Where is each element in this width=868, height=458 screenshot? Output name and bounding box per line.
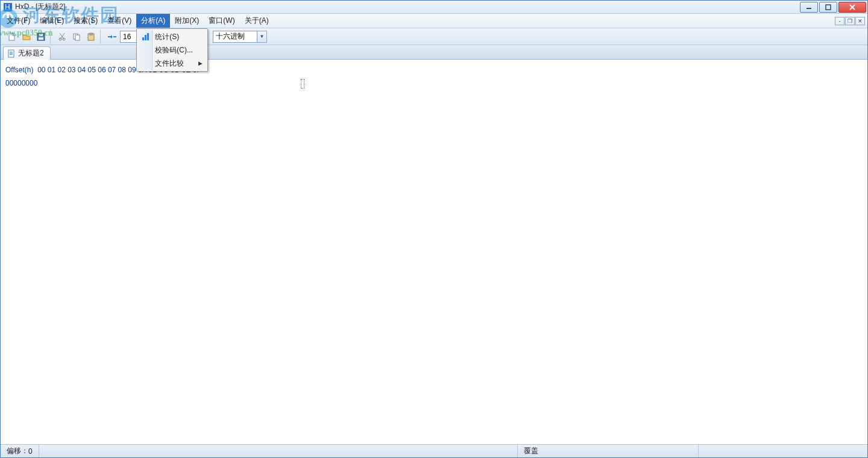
svg-rect-13 [39, 37, 43, 40]
submenu-arrow-icon: ▶ [198, 60, 203, 66]
menubar: 文件(F) 编辑(E) 搜索(S) 查看(V) 分析(A) 统计(S) 校验码(… [1, 14, 867, 28]
menu-view[interactable]: 查看(V) [102, 14, 136, 28]
mdi-minimize-button[interactable]: ‑ [835, 17, 844, 25]
tab-label: 无标题2 [18, 48, 44, 58]
close-button[interactable] [838, 2, 866, 13]
menu-search[interactable]: 搜索(S) [69, 14, 102, 28]
titlebar: H HxD - [无标题2] [1, 1, 867, 14]
toolbar-radix-group: ▼ [210, 30, 269, 44]
mdi-controls: ‑ ❐ ✕ [835, 14, 867, 28]
text-caret [301, 79, 304, 89]
hex-offset: 00000000 [5, 79, 37, 87]
cut-icon[interactable] [55, 30, 69, 43]
document-icon [7, 49, 16, 58]
svg-rect-8 [142, 37, 144, 40]
svg-rect-5 [826, 5, 831, 10]
toolbar-edit-group [53, 30, 101, 44]
svg-rect-20 [75, 35, 80, 40]
paste-icon[interactable] [84, 30, 98, 43]
menu-analyze[interactable]: 分析(A) 统计(S) 校验码(C)... 文件比较 ▶ [136, 14, 170, 28]
app-icon: H [3, 2, 13, 12]
svg-rect-9 [145, 35, 146, 40]
stats-icon [140, 33, 151, 41]
analyze-dropdown: 统计(S) 校验码(C)... 文件比较 ▶ [136, 28, 208, 72]
menu-extras[interactable]: 附加(X) [170, 14, 204, 28]
window-controls [800, 2, 867, 13]
svg-text:H: H [5, 3, 10, 11]
analyze-checksum[interactable]: 校验码(C)... [138, 43, 206, 57]
svg-rect-28 [10, 53, 13, 54]
status-mode: 覆盖 [518, 445, 699, 457]
radix-input[interactable] [213, 31, 257, 43]
copy-icon[interactable] [70, 30, 83, 43]
svg-rect-14 [39, 34, 43, 36]
status-offset-label: 偏移： [7, 446, 28, 456]
status-offset-value: 0 [28, 447, 33, 456]
window-title: HxD - [无标题2] [15, 2, 65, 12]
status-spacer [39, 445, 518, 457]
toolbar: ▼ ▼ ▼ [1, 28, 867, 45]
menu-edit[interactable]: 编辑(E) [35, 14, 69, 28]
svg-rect-29 [10, 54, 13, 55]
svg-marker-25 [111, 35, 113, 39]
tab-untitled2[interactable]: 无标题2 [3, 46, 51, 60]
save-file-icon[interactable] [34, 30, 48, 43]
analyze-stats-label: 统计(S) [155, 32, 179, 42]
open-file-icon[interactable] [20, 30, 33, 43]
maximize-button[interactable] [819, 2, 837, 13]
analyze-checksum-label: 校验码(C)... [155, 45, 193, 55]
mdi-close-button[interactable]: ✕ [855, 17, 865, 25]
toolbar-file-group [3, 30, 51, 44]
document-tabs: 无标题2 [1, 45, 867, 60]
svg-rect-10 [147, 33, 149, 40]
mdi-restore-button[interactable]: ❐ [845, 17, 855, 25]
status-mode-value: 覆盖 [524, 446, 538, 456]
menu-help[interactable]: 关于(A) [240, 14, 274, 28]
status-tail [699, 445, 867, 457]
analyze-compare-label: 文件比较 [155, 58, 184, 69]
menu-window[interactable]: 窗口(W) [204, 14, 239, 28]
hex-row-0[interactable]: 00000000 [5, 77, 863, 90]
statusbar: 偏移： 0 覆盖 [1, 444, 867, 457]
app-window: 河东软件园 www.pc0359.cn H HxD - [无标题2] 文件(F)… [0, 0, 868, 458]
svg-rect-11 [9, 33, 14, 40]
menu-analyze-label: 分析(A) [141, 16, 165, 26]
hex-header: Offset(h) 00 01 02 03 04 05 06 07 08 09 … [5, 63, 863, 77]
hex-editor[interactable]: Offset(h) 00 01 02 03 04 05 06 07 08 09 … [1, 60, 867, 444]
svg-rect-27 [10, 52, 13, 52]
new-file-icon[interactable] [5, 30, 19, 43]
analyze-compare[interactable]: 文件比较 ▶ [138, 57, 206, 70]
menu-file[interactable]: 文件(F) [2, 14, 35, 28]
status-offset: 偏移： 0 [1, 445, 39, 457]
chevron-down-icon[interactable]: ▼ [257, 31, 267, 43]
analyze-stats[interactable]: 统计(S) [138, 30, 206, 43]
bytes-icon [105, 30, 119, 43]
radix-combo[interactable]: ▼ [213, 31, 267, 43]
svg-rect-22 [90, 33, 92, 35]
minimize-button[interactable] [800, 2, 818, 13]
